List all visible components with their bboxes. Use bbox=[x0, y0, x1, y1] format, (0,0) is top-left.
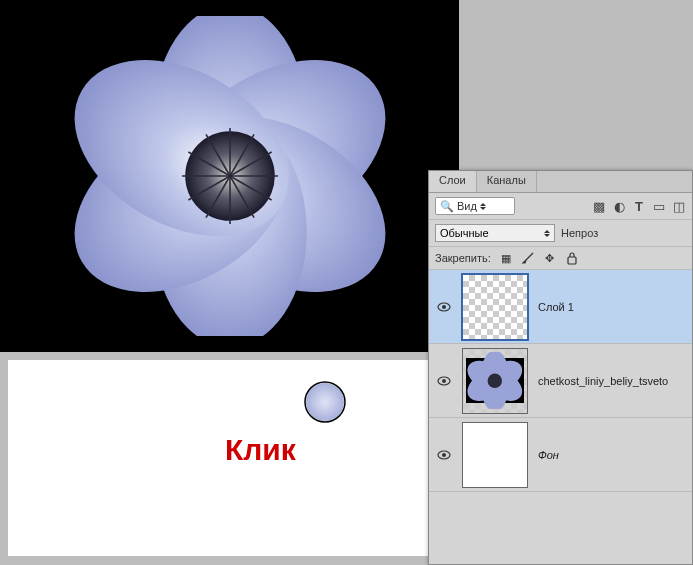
visibility-toggle[interactable] bbox=[432, 376, 456, 386]
layer-name[interactable]: chetkost_liniy_beliy_tsveto bbox=[534, 375, 668, 387]
eye-icon bbox=[437, 376, 451, 386]
brush-cursor bbox=[303, 380, 347, 424]
layer-name[interactable]: Слой 1 bbox=[534, 301, 574, 313]
flower-image bbox=[70, 16, 390, 336]
dropdown-icon bbox=[544, 230, 550, 237]
layers-list: Слой 1 bbox=[429, 270, 692, 564]
filter-smart-icon[interactable]: ◫ bbox=[672, 199, 686, 213]
layer-row[interactable]: Слой 1 bbox=[429, 270, 692, 344]
visibility-toggle[interactable] bbox=[432, 450, 456, 460]
filter-adjustment-icon[interactable]: ◐ bbox=[612, 199, 626, 213]
layers-panel: Слои Каналы 🔍 Вид ▩ ◐ T ▭ ◫ Обычные Непр… bbox=[428, 170, 693, 565]
panel-tabs: Слои Каналы bbox=[429, 171, 692, 193]
lock-all-icon[interactable] bbox=[565, 251, 579, 265]
filter-shape-icon[interactable]: ▭ bbox=[652, 199, 666, 213]
tab-channels[interactable]: Каналы bbox=[477, 171, 537, 192]
lock-row: Закрепить: ▦ ✥ bbox=[429, 247, 692, 270]
layer-thumbnail[interactable] bbox=[462, 348, 528, 414]
click-annotation: Клик bbox=[225, 433, 296, 467]
lock-pixels-icon[interactable]: ▦ bbox=[499, 251, 513, 265]
lock-label: Закрепить: bbox=[435, 252, 491, 264]
lock-brush-icon[interactable] bbox=[521, 251, 535, 265]
blend-mode-value: Обычные bbox=[440, 227, 489, 239]
svg-rect-21 bbox=[568, 257, 576, 264]
filter-type-icon[interactable]: T bbox=[632, 199, 646, 213]
svg-point-32 bbox=[488, 373, 502, 387]
layer-thumbnail[interactable] bbox=[462, 274, 528, 340]
layer-row[interactable]: Фон bbox=[429, 418, 692, 492]
blend-mode-select[interactable]: Обычные bbox=[435, 224, 555, 242]
filter-image-icon[interactable]: ▩ bbox=[592, 199, 606, 213]
blend-row: Обычные Непроз bbox=[429, 220, 692, 247]
layer-name[interactable]: Фон bbox=[534, 449, 559, 461]
filter-row: 🔍 Вид ▩ ◐ T ▭ ◫ bbox=[429, 193, 692, 220]
search-icon: 🔍 bbox=[440, 200, 454, 213]
thumbnail-flower-icon bbox=[466, 352, 524, 410]
lock-position-icon[interactable]: ✥ bbox=[543, 251, 557, 265]
svg-point-23 bbox=[442, 305, 446, 309]
canvas-area: Клик bbox=[0, 0, 475, 565]
tab-layers[interactable]: Слои bbox=[429, 171, 477, 192]
layer-row[interactable]: chetkost_liniy_beliy_tsveto bbox=[429, 344, 692, 418]
layer-filter-select[interactable]: 🔍 Вид bbox=[435, 197, 515, 215]
svg-point-25 bbox=[442, 379, 446, 383]
svg-point-34 bbox=[442, 453, 446, 457]
svg-point-19 bbox=[306, 383, 344, 421]
filter-label: Вид bbox=[457, 200, 477, 212]
eye-icon bbox=[437, 450, 451, 460]
dropdown-icon bbox=[480, 203, 486, 210]
eye-icon bbox=[437, 302, 451, 312]
visibility-toggle[interactable] bbox=[432, 302, 456, 312]
layer-thumbnail[interactable] bbox=[462, 422, 528, 488]
document-view-black[interactable] bbox=[0, 0, 459, 352]
opacity-label: Непроз bbox=[561, 227, 598, 239]
